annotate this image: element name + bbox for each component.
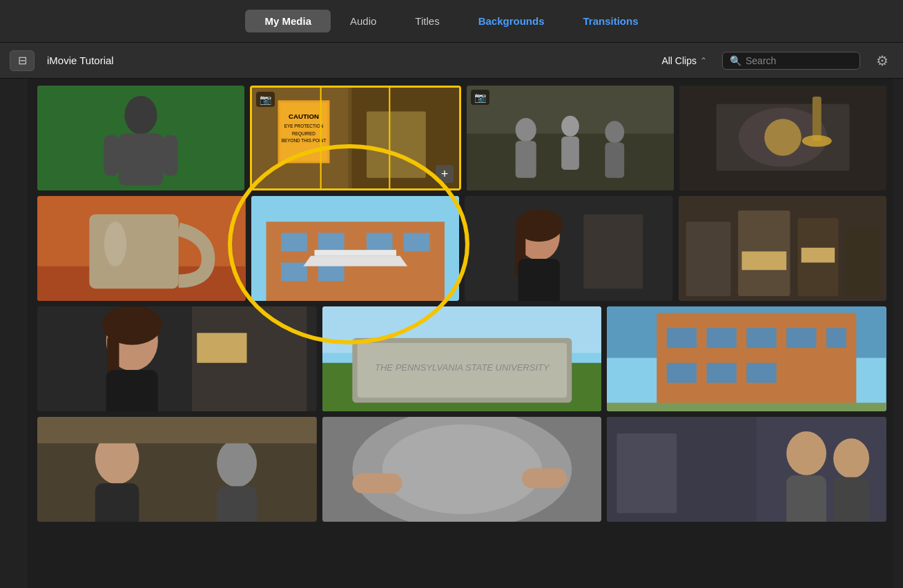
media-grid: CAUTION EYE PROTECTION REQUIRED BEYOND T… <box>28 79 893 588</box>
clips-filter-label: All Clips <box>661 55 697 66</box>
svg-rect-56 <box>846 229 879 296</box>
list-item[interactable] <box>679 196 887 301</box>
svg-rect-40 <box>366 233 392 251</box>
sidebar-toggle-icon: ⊟ <box>18 54 27 67</box>
svg-rect-39 <box>318 233 344 251</box>
clips-filter-dropdown[interactable]: All Clips ⌃ <box>661 55 707 66</box>
svg-rect-50 <box>518 259 560 301</box>
svg-point-34 <box>104 222 126 266</box>
svg-rect-44 <box>314 250 396 256</box>
svg-point-99 <box>786 431 826 476</box>
search-icon: 🔍 <box>730 55 741 66</box>
svg-rect-88 <box>95 483 139 522</box>
svg-rect-2 <box>119 134 163 186</box>
svg-rect-76 <box>667 328 697 348</box>
svg-point-28 <box>764 119 802 156</box>
svg-rect-57 <box>741 251 786 270</box>
svg-point-19 <box>516 118 536 141</box>
svg-rect-77 <box>707 328 737 348</box>
svg-rect-104 <box>617 433 677 513</box>
svg-point-89 <box>217 440 257 487</box>
svg-rect-83 <box>747 363 777 383</box>
svg-point-23 <box>605 121 624 143</box>
svg-rect-78 <box>747 328 777 348</box>
gear-icon: ⚙ <box>876 52 889 69</box>
content-area: CAUTION EYE PROTECTION REQUIRED BEYOND T… <box>0 79 903 588</box>
list-item[interactable] <box>679 86 886 190</box>
svg-point-1 <box>124 96 157 135</box>
search-input[interactable] <box>746 55 842 66</box>
svg-rect-42 <box>281 262 307 281</box>
svg-rect-95 <box>352 473 402 493</box>
svg-rect-14 <box>367 111 426 177</box>
grid-row-4 <box>37 417 886 522</box>
camera-icon: 📷 <box>256 92 275 107</box>
svg-rect-41 <box>403 233 429 251</box>
svg-text:EYE PROTECTION: EYE PROTECTION <box>284 124 324 128</box>
list-item[interactable] <box>465 196 673 301</box>
svg-rect-53 <box>686 222 730 296</box>
svg-rect-29 <box>813 97 822 141</box>
svg-rect-22 <box>561 137 579 170</box>
sidebar-toggle-button[interactable]: ⊟ <box>10 50 35 71</box>
svg-point-94 <box>382 424 541 514</box>
svg-rect-20 <box>516 141 536 178</box>
svg-rect-82 <box>707 363 737 383</box>
camera-icon: 📷 <box>471 90 489 105</box>
svg-text:REQUIRED: REQUIRED <box>292 131 315 137</box>
svg-point-101 <box>833 438 869 478</box>
svg-rect-58 <box>801 248 834 263</box>
scrollbar[interactable] <box>893 79 903 588</box>
list-item[interactable]: THE PENNSYLVANIA STATE UNIVERSITY <box>322 306 602 411</box>
tab-titles[interactable]: Titles <box>396 10 458 32</box>
list-item[interactable]: CAUTION EYE PROTECTION REQUIRED BEYOND T… <box>250 86 461 190</box>
list-item[interactable] <box>37 417 317 522</box>
list-item[interactable]: 📷 <box>467 86 674 190</box>
svg-rect-3 <box>104 135 118 176</box>
svg-rect-64 <box>106 370 158 411</box>
svg-rect-96 <box>522 469 567 489</box>
list-item[interactable] <box>37 86 244 190</box>
svg-rect-33 <box>89 214 178 288</box>
toolbar: ⊟ iMovie Tutorial All Clips ⌃ 🔍 ⚙ <box>0 43 903 79</box>
svg-point-21 <box>561 116 579 137</box>
svg-rect-91 <box>37 417 317 443</box>
svg-rect-102 <box>833 478 869 522</box>
list-item[interactable] <box>322 417 602 522</box>
svg-rect-38 <box>281 233 307 251</box>
svg-rect-79 <box>786 328 816 348</box>
svg-rect-80 <box>826 328 846 348</box>
chevron-down-icon: ⌃ <box>700 56 707 66</box>
grid-row-3: THE PENNSYLVANIA STATE UNIVERSITY <box>37 306 886 411</box>
svg-point-30 <box>802 135 832 147</box>
svg-rect-85 <box>607 403 886 411</box>
list-item[interactable] <box>607 306 886 411</box>
tab-my-media[interactable]: My Media <box>245 10 331 32</box>
list-item[interactable] <box>37 306 317 411</box>
tab-audio[interactable]: Audio <box>331 10 396 32</box>
search-box: 🔍 <box>722 52 860 70</box>
list-item[interactable] <box>251 196 460 301</box>
svg-rect-100 <box>786 476 826 522</box>
svg-rect-51 <box>583 214 643 288</box>
list-item[interactable] <box>37 196 246 301</box>
grid-row-1: CAUTION EYE PROTECTION REQUIRED BEYOND T… <box>37 86 886 190</box>
settings-button[interactable]: ⚙ <box>871 50 893 72</box>
grid-row-2 <box>37 196 886 301</box>
svg-rect-75 <box>657 313 857 411</box>
svg-rect-66 <box>197 333 246 362</box>
svg-rect-4 <box>163 135 177 176</box>
svg-rect-81 <box>667 363 697 383</box>
svg-rect-24 <box>605 142 624 177</box>
svg-rect-90 <box>217 487 257 522</box>
tab-transitions[interactable]: Transitions <box>564 10 658 32</box>
svg-text:BEYOND THIS POINT: BEYOND THIS POINT <box>282 138 327 143</box>
left-edge-bar <box>0 79 28 588</box>
svg-text:CAUTION: CAUTION <box>289 112 319 120</box>
svg-text:THE PENNSYLVANIA STATE UNIVERS: THE PENNSYLVANIA STATE UNIVERSITY <box>375 362 550 373</box>
tab-backgrounds[interactable]: Backgrounds <box>459 10 564 32</box>
project-title: iMovie Tutorial <box>47 55 653 66</box>
list-item[interactable] <box>607 417 886 522</box>
top-navigation: My Media Audio Titles Backgrounds Transi… <box>0 0 903 43</box>
add-clip-button[interactable]: + <box>436 165 454 183</box>
